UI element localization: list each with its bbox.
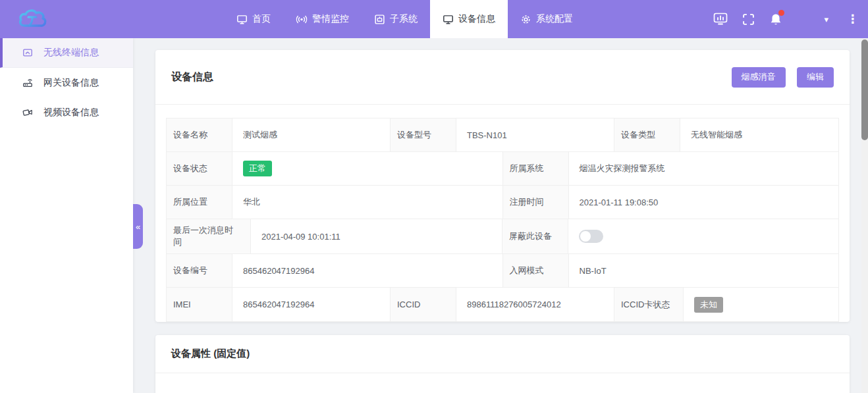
unknown-status-badge: 未知 <box>694 297 723 313</box>
gateway-router-icon <box>22 78 33 88</box>
main-content: 设备信息 烟感消音 编辑 设备名称 测试烟感 设备型号 TBS-N101 设备类… <box>133 38 868 393</box>
attributes-title: 设备属性 (固定值) <box>171 348 250 360</box>
device-no-label: 设备编号 <box>167 254 232 287</box>
tab-subsystem[interactable]: 子系统 <box>362 0 430 38</box>
page-body: 无线终端信息 网关设备信息 视频设备信息 « 设备信息 烟感消音 编辑 <box>0 38 868 393</box>
tab-alarm-monitor-label: 警情监控 <box>312 13 349 25</box>
page-title: 设备信息 <box>171 70 213 84</box>
iccid-card-status-label: ICCID卡状态 <box>614 288 684 321</box>
table-row: IMEI 865462047192964 ICCID 8986111827600… <box>167 288 838 321</box>
system-label: 所属系统 <box>503 152 569 185</box>
monitor-icon <box>236 14 248 25</box>
device-attributes-card: 设备属性 (固定值) <box>155 335 850 393</box>
tab-device-info[interactable]: 设备信息 <box>430 0 508 38</box>
table-row: 设备编号 865462047192964 入网模式 NB-IoT <box>167 254 838 288</box>
tab-device-info-label: 设备信息 <box>458 13 495 25</box>
tab-subsystem-label: 子系统 <box>390 13 418 25</box>
imei-value: 865462047192964 <box>232 288 391 321</box>
location-label: 所属位置 <box>167 186 232 219</box>
device-type-value: 无线智能烟感 <box>680 118 838 151</box>
sidebar-item-label: 网关设备信息 <box>43 77 99 89</box>
tab-system-config[interactable]: 系统配置 <box>508 0 585 38</box>
smoke-mute-button[interactable]: 烟感消音 <box>732 67 786 88</box>
notification-red-dot <box>778 10 784 16</box>
card-actions: 烟感消音 编辑 <box>732 67 834 88</box>
last-message-time-label: 最后一次消息时间 <box>167 219 251 253</box>
table-row: 设备名称 测试烟感 设备型号 TBS-N101 设备类型 无线智能烟感 <box>167 118 838 152</box>
sidebar: 无线终端信息 网关设备信息 视频设备信息 <box>0 38 133 393</box>
sidebar-item-gateway-device[interactable]: 网关设备信息 <box>0 68 133 97</box>
tab-alarm-monitor[interactable]: 警情监控 <box>283 0 362 38</box>
tab-home[interactable]: 首页 <box>224 0 283 38</box>
imei-label: IMEI <box>167 288 232 321</box>
device-attributes-header: 设备属性 (固定值) <box>155 335 850 373</box>
shield-device-toggle[interactable] <box>579 230 603 243</box>
wireless-terminal-icon <box>22 47 33 58</box>
vertical-scrollbar-thumb[interactable] <box>861 39 868 140</box>
subsystem-grid-icon <box>374 14 385 25</box>
navbar-right-tools: ▾ ⋮ <box>709 0 868 38</box>
device-model-value: TBS-N101 <box>456 118 614 151</box>
iccid-card-status-value: 未知 <box>684 288 838 321</box>
collapse-chevrons-icon: « <box>136 222 140 232</box>
device-name-value: 测试烟感 <box>232 118 391 151</box>
status-badge: 正常 <box>243 161 272 176</box>
sidebar-item-wireless-terminal[interactable]: 无线终端信息 <box>0 38 133 68</box>
gear-icon <box>520 14 531 25</box>
vertical-scrollbar-track[interactable] <box>861 38 868 393</box>
last-message-time-value: 2021-04-09 10:01:11 <box>251 219 502 253</box>
register-time-value: 2021-01-11 19:08:50 <box>569 186 839 219</box>
system-value: 烟温火灾探测报警系统 <box>569 152 839 185</box>
device-status-value: 正常 <box>232 152 503 185</box>
bell-icon[interactable] <box>765 8 787 30</box>
device-info-card: 设备信息 烟感消音 编辑 设备名称 测试烟感 设备型号 TBS-N101 设备类… <box>155 50 850 322</box>
sidebar-item-label: 无线终端信息 <box>43 47 99 59</box>
fullscreen-icon[interactable] <box>737 8 759 30</box>
table-row: 所属位置 华北 注册时间 2021-01-11 19:08:50 <box>167 186 838 219</box>
app-logo[interactable] <box>0 0 138 38</box>
device-model-label: 设备型号 <box>391 118 456 151</box>
network-mode-value: NB-IoT <box>569 254 839 287</box>
device-name-label: 设备名称 <box>167 118 232 151</box>
video-camera-icon <box>22 107 33 118</box>
device-no-value: 865462047192964 <box>232 254 503 287</box>
chevron-down-icon[interactable]: ▾ <box>824 14 828 24</box>
cloud-logo-icon <box>17 7 51 32</box>
main-nav-tabs: 首页 警情监控 子系统 设备信息 系统配置 <box>224 0 585 38</box>
register-time-label: 注册时间 <box>503 186 569 219</box>
iccid-value: 89861118276005724012 <box>456 288 614 321</box>
iccid-label: ICCID <box>391 288 456 321</box>
device-info-card-header: 设备信息 烟感消音 编辑 <box>155 50 850 105</box>
shield-device-value <box>568 219 838 253</box>
tab-home-label: 首页 <box>252 13 271 25</box>
edit-button[interactable]: 编辑 <box>797 67 834 88</box>
table-row: 最后一次消息时间 2021-04-09 10:01:11 屏蔽此设备 <box>167 219 838 254</box>
device-info-table: 设备名称 测试烟感 设备型号 TBS-N101 设备类型 无线智能烟感 设备状态… <box>166 118 839 322</box>
location-value: 华北 <box>232 186 503 219</box>
network-mode-label: 入网模式 <box>503 254 569 287</box>
sidebar-collapse-handle[interactable]: « <box>133 204 143 249</box>
shield-device-label: 屏蔽此设备 <box>502 219 568 253</box>
device-monitor-icon <box>443 14 454 25</box>
table-row: 设备状态 正常 所属系统 烟温火灾探测报警系统 <box>167 152 838 186</box>
broadcast-icon <box>296 14 308 25</box>
toggle-knob <box>580 231 591 242</box>
top-navbar: 首页 警情监控 子系统 设备信息 系统配置 <box>0 0 868 38</box>
device-status-label: 设备状态 <box>167 152 232 185</box>
tab-system-config-label: 系统配置 <box>536 13 573 25</box>
sidebar-item-video-device[interactable]: 视频设备信息 <box>0 97 133 127</box>
sidebar-item-label: 视频设备信息 <box>43 107 99 118</box>
dashboard-chart-icon[interactable] <box>709 8 732 30</box>
kebab-menu-icon[interactable]: ⋮ <box>847 12 859 26</box>
device-type-label: 设备类型 <box>614 118 680 151</box>
